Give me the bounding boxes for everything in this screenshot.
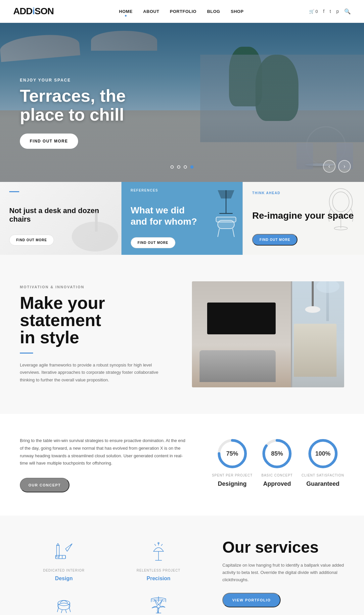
- hero-section: ENJOY YOUR SPACE Terraces, the place to …: [0, 23, 364, 182]
- fan-icon: [149, 595, 168, 615]
- next-slide-button[interactable]: ›: [338, 160, 351, 173]
- precision-icon-box: [145, 539, 172, 565]
- svg-rect-4: [216, 217, 236, 222]
- furniture-icon-box: [51, 591, 77, 615]
- services-section: DEDICATED INTERIOR Design RELENTLESS PRO…: [0, 516, 364, 615]
- prev-slide-button[interactable]: ‹: [323, 160, 336, 173]
- nav-shop[interactable]: SHOP: [231, 9, 244, 14]
- svg-line-5: [218, 229, 219, 237]
- slide-dot-4[interactable]: [190, 165, 194, 169]
- nav-home[interactable]: HOME: [119, 9, 133, 14]
- services-text: Our services Capitalize on low hanging f…: [216, 539, 344, 607]
- svg-point-42: [157, 605, 160, 608]
- facebook-icon[interactable]: f: [323, 9, 324, 14]
- motivation-image: [192, 281, 344, 387]
- donut-approved: 85%: [260, 437, 294, 470]
- hero-dots: [170, 165, 194, 169]
- concept-button[interactable]: OUR CONCEPT: [20, 478, 69, 492]
- logo[interactable]: ADDiSON: [13, 6, 54, 17]
- motivation-title: Make your statement in style: [20, 294, 172, 346]
- room-pendant-stem: [312, 281, 314, 308]
- desk-image: [68, 208, 121, 255]
- stat-guaranteed: 100% CLIENT SATISFACTION Guaranteed: [301, 437, 344, 487]
- motivation-body: Leverage agile frameworks to provide a r…: [20, 362, 172, 383]
- room-pendant-shade: [305, 306, 320, 313]
- motivation-section: MOTIVATION & INNOVATION Make your statem…: [0, 255, 364, 414]
- featured-card-desk[interactable]: Not just a desk and dozen chairs FIND OU…: [0, 182, 121, 255]
- featured-reimagine-button[interactable]: FIND OUT MORE: [252, 234, 297, 246]
- chair-icon: [54, 595, 74, 615]
- service-furniture: CUSTOM MADE Furniture: [20, 591, 108, 615]
- header: ADDiSON HOME ABOUT PORTFOLIO BLOG SHOP 🛒…: [0, 0, 364, 23]
- sketch-chair: [321, 185, 361, 236]
- donut-guaranteed: 100%: [306, 437, 340, 470]
- services-title: Our services: [222, 539, 344, 556]
- chair-decoration: [213, 210, 239, 242]
- featured-card-references[interactable]: REFERENCES What we did and for whom?: [121, 182, 243, 255]
- svg-point-8: [333, 192, 349, 212]
- svg-line-41: [66, 610, 67, 613]
- room-tv: [207, 303, 276, 334]
- featured-desk-button[interactable]: FIND OUT MORE: [9, 235, 54, 246]
- lamp-icon: [149, 542, 168, 562]
- search-icon[interactable]: 🔍: [344, 8, 351, 15]
- cart-icon[interactable]: 🛒 0: [309, 9, 318, 14]
- motivation-eyebrow: MOTIVATION & INNOVATION: [20, 285, 172, 289]
- hero-navigation: ‹ ›: [323, 160, 351, 173]
- svg-point-34: [58, 603, 70, 610]
- stat-designing-label-top: SPENT PER PROJECT: [212, 474, 252, 477]
- advices-icon-box: [145, 591, 172, 615]
- stat-designing-label-bottom: Designing: [218, 480, 247, 487]
- slide-dot-3[interactable]: [184, 165, 187, 169]
- twitter-icon[interactable]: t: [330, 9, 331, 14]
- header-actions: 🛒 0 f t p 🔍: [309, 8, 351, 15]
- featured-references-button[interactable]: FIND OUT MORE: [131, 237, 175, 248]
- svg-line-6: [233, 229, 234, 237]
- services-icons-grid: DEDICATED INTERIOR Design RELENTLESS PRO…: [20, 539, 203, 615]
- card-accent: [9, 191, 19, 192]
- service-design-label-top: DEDICATED INTERIOR: [43, 569, 85, 572]
- ruler-pencil-icon: [54, 542, 74, 562]
- motivation-accent: [20, 353, 33, 354]
- service-design-label-bottom: Design: [55, 576, 72, 582]
- nav-blog[interactable]: BLOG: [207, 9, 220, 14]
- room-dining-area: [294, 324, 337, 377]
- slide-dot-2[interactable]: [177, 165, 180, 169]
- service-precision-label-top: RELENTLESS PROJECT: [137, 569, 180, 572]
- stats-charts: 75% SPENT PER PROJECT Designing 85% BASI…: [206, 437, 344, 487]
- portfolio-button[interactable]: VIEW PORTFOLIO: [222, 593, 281, 607]
- stat-approved: 85% BASIC CONCEPT Approved: [260, 437, 294, 487]
- hero-eyebrow: ENJOY YOUR SPACE: [20, 78, 126, 83]
- service-precision: RELENTLESS PROJECT Precision: [114, 539, 203, 582]
- hero-title: Terraces, the place to chill: [20, 86, 126, 124]
- service-precision-label-bottom: Precision: [147, 576, 170, 582]
- motivation-text: MOTIVATION & INNOVATION Make your statem…: [20, 285, 172, 383]
- service-design: DEDICATED INTERIOR Design: [20, 539, 108, 582]
- svg-line-40: [61, 610, 62, 613]
- slide-dot-1[interactable]: [170, 165, 174, 169]
- stats-body: Bring to the table win-win survival stra…: [20, 437, 186, 467]
- featured-grid: Not just a desk and dozen chairs FIND OU…: [0, 182, 364, 255]
- donut-guaranteed-value: 100%: [315, 450, 331, 457]
- svg-marker-1: [218, 190, 234, 198]
- svg-line-32: [155, 544, 156, 546]
- featured-card-reimagine[interactable]: THINK AHEAD Re-imagine your space FIND O…: [243, 182, 364, 255]
- pinterest-icon[interactable]: p: [336, 9, 339, 14]
- design-icon-box: [51, 539, 77, 565]
- main-nav: HOME ABOUT PORTFOLIO BLOG SHOP: [119, 9, 244, 14]
- stat-approved-label-top: BASIC CONCEPT: [261, 474, 293, 477]
- services-body: Capitalize on low hanging fruit to ident…: [222, 562, 344, 584]
- room-sofa: [200, 350, 276, 382]
- nav-portfolio[interactable]: PORTFOLIO: [170, 9, 196, 14]
- stat-designing: 75% SPENT PER PROJECT Designing: [212, 437, 252, 487]
- hero-cta-button[interactable]: FIND OUT MORE: [20, 134, 78, 149]
- stats-section: Bring to the table win-win survival stra…: [0, 414, 364, 516]
- svg-line-26: [66, 549, 67, 551]
- stat-approved-label-bottom: Approved: [263, 480, 291, 487]
- svg-line-33: [161, 544, 162, 546]
- svg-marker-23: [57, 543, 59, 545]
- hero-content: ENJOY YOUR SPACE Terraces, the place to …: [20, 78, 126, 149]
- stats-text: Bring to the table win-win survival stra…: [20, 437, 186, 492]
- donut-designing-value: 75%: [226, 450, 238, 457]
- nav-about[interactable]: ABOUT: [143, 9, 159, 14]
